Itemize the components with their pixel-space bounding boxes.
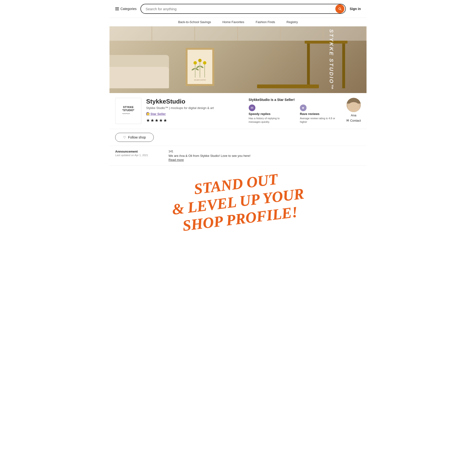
avatar-face <box>346 98 361 112</box>
hero-banner: WILDER GARTEN STYKKE STUDIO™ <box>109 26 367 93</box>
star-1: ★ <box>146 118 150 123</box>
hamburger-icon <box>115 7 119 10</box>
shop-info: StykkeStudio Stykke Studio™ | mockups fo… <box>146 98 239 123</box>
wooden-shelf <box>305 41 347 88</box>
announcement-title: Announcement <box>115 150 163 153</box>
shop-logo-text: STYKKE*STUDIO* <box>122 106 134 112</box>
shop-logo: STYKKE*STUDIO* 〰〰 <box>115 98 141 124</box>
announcement-text: We are Ana & Oli from Stykke Studio! Lov… <box>169 154 361 157</box>
badges-row: ✉ Speedy replies Has a history of replyi… <box>249 104 342 124</box>
nav-registry[interactable]: Registry <box>287 20 298 24</box>
svg-point-4 <box>193 61 197 65</box>
search-bar <box>140 4 346 14</box>
nav-fashion-finds[interactable]: Fashion Finds <box>255 20 275 24</box>
star-seller-icon: ⭐ <box>146 112 150 116</box>
shop-name: StykkeStudio <box>146 98 239 105</box>
search-input[interactable] <box>141 4 336 13</box>
announcement-counter: 141 <box>169 150 361 153</box>
shop-tagline: Stykke Studio™ | mockups for digital des… <box>146 106 239 110</box>
svg-point-5 <box>198 59 202 62</box>
speedy-replies-icon: ✉ <box>249 104 255 111</box>
svg-text:WILDER GARTEN: WILDER GARTEN <box>194 79 206 81</box>
star-2: ★ <box>151 118 154 123</box>
star-4: ★ <box>159 118 163 123</box>
badge-rave-reviews: ★ Rave reviews Average review rating is … <box>300 104 341 124</box>
contact-label: Contact <box>350 119 361 122</box>
nav-bar: Back-to-School Savings Home Favorites Fa… <box>109 18 367 26</box>
promo-text: STAND OUT & LEVEL UP YOUR SHOP PROFILE! <box>169 167 307 236</box>
avatar-face-skin <box>348 102 360 112</box>
contact-icon: ✉ <box>346 119 349 122</box>
brand-vertical-text: STYKKE STUDIO™ <box>328 29 334 90</box>
follow-label: Follow shop <box>128 136 146 139</box>
follow-section: ♡ Follow shop <box>109 129 367 146</box>
table-surface <box>257 85 319 88</box>
categories-button[interactable]: Categories <box>115 7 136 11</box>
nav-back-to-school[interactable]: Back-to-School Savings <box>178 20 211 24</box>
star-rating: ★ ★ ★ ★ ★ <box>146 118 239 123</box>
categories-label: Categories <box>120 7 136 11</box>
search-icon <box>338 7 342 11</box>
nav-home-favorites[interactable]: Home Favorites <box>222 20 244 24</box>
star-seller-badge[interactable]: ⭐ Star Seller <box>146 112 166 116</box>
svg-point-6 <box>203 61 206 65</box>
search-button[interactable] <box>335 4 344 13</box>
star-5: ★ <box>163 118 167 123</box>
badge-speedy-replies: ✉ Speedy replies Has a history of replyi… <box>249 104 290 124</box>
rave-reviews-label: Rave reviews <box>300 112 341 116</box>
owner-name: Ana <box>351 114 356 117</box>
header: Categories Sign in <box>109 0 367 18</box>
follow-shop-button[interactable]: ♡ Follow shop <box>115 133 154 142</box>
contact-button[interactable]: ✉ Contact <box>346 119 361 122</box>
announcement-date: Last updated on Apr 1, 2021 <box>115 154 163 157</box>
star-seller-label: Star Seller <box>151 112 166 116</box>
sofa-decoration <box>109 50 174 88</box>
sign-in-button[interactable]: Sign in <box>350 7 361 11</box>
rave-reviews-desc: Average review rating is 4.8 or higher <box>300 117 341 124</box>
heart-icon: ♡ <box>123 136 126 139</box>
window-panes <box>109 26 367 41</box>
picture-frame: WILDER GARTEN <box>186 48 214 86</box>
announcement-section: Announcement Last updated on Apr 1, 2021… <box>109 146 367 166</box>
shop-profile: STYKKE*STUDIO* 〰〰 StykkeStudio Stykke St… <box>109 93 367 129</box>
star-seller-title: StykkeStudio is a Star Seller! <box>249 98 342 102</box>
rave-reviews-icon: ★ <box>300 104 306 111</box>
star-seller-info: StykkeStudio is a Star Seller! ✉ Speedy … <box>244 98 342 124</box>
speedy-replies-desc: Has a history of replying to messages qu… <box>249 117 290 124</box>
shop-logo-squiggle: 〰〰 <box>122 112 134 116</box>
owner-avatar <box>346 98 361 112</box>
owner-area: Ana ✉ Contact <box>346 98 361 122</box>
speedy-replies-label: Speedy replies <box>249 112 290 116</box>
promo-section: STAND OUT & LEVEL UP YOUR SHOP PROFILE! <box>109 166 367 242</box>
star-3: ★ <box>155 118 158 123</box>
read-more-link[interactable]: Read more <box>169 158 361 162</box>
